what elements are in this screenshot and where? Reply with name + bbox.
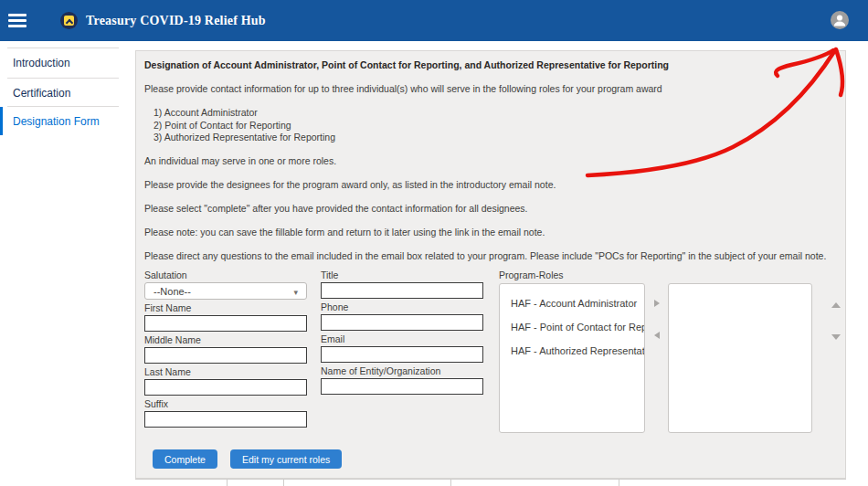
sidebar-item-label: Introduction xyxy=(13,57,70,69)
last-name-field[interactable] xyxy=(144,379,307,396)
move-up-icon[interactable] xyxy=(831,302,841,308)
designation-form-panel: Designation of Account Administrator, Po… xyxy=(135,50,846,479)
treasury-logo-icon xyxy=(60,12,78,29)
app-title: Treasury COVID-19 Relief Hub xyxy=(86,14,266,28)
edit-current-roles-button[interactable]: Edit my current roles xyxy=(230,449,342,469)
program-roles-label: Program-Roles xyxy=(499,269,847,280)
program-roles-available-list[interactable]: HAF - Account Administrator HAF - Point … xyxy=(499,283,645,433)
sidebar: Introduction Certification Designation F… xyxy=(0,41,131,486)
program-role-option[interactable]: HAF - Account Administrator xyxy=(500,291,644,315)
records-table-top-edge xyxy=(135,479,846,486)
sidebar-item-label: Designation Form xyxy=(13,115,100,128)
chevron-down-icon: ▾ xyxy=(293,287,298,298)
sidebar-item-introduction[interactable]: Introduction xyxy=(0,48,131,77)
roles-list-item: 3) Authorized Representative for Reporti… xyxy=(153,132,845,143)
phone-label: Phone xyxy=(321,301,483,312)
program-roles-block: Program-Roles HAF - Account Administrato… xyxy=(499,269,847,433)
roles-numbered-list: 1) Account Administrator 2) Point of Con… xyxy=(144,107,845,143)
sidebar-item-certification[interactable]: Certification xyxy=(0,79,131,107)
sidebar-item-designation-form[interactable]: Designation Form xyxy=(0,107,131,135)
phone-field[interactable] xyxy=(321,314,483,331)
app-header: Treasury COVID-19 Relief Hub xyxy=(0,0,868,41)
entity-label: Name of Entity/Organization xyxy=(321,365,483,376)
middle-name-label: Middle Name xyxy=(144,334,307,345)
middle-name-field[interactable] xyxy=(144,347,307,364)
form-fields-area: Salutation --None-- ▾ First Name Middle … xyxy=(144,269,845,438)
first-name-field[interactable] xyxy=(144,315,307,332)
move-right-icon[interactable] xyxy=(654,300,660,307)
program-role-option[interactable]: HAF - Authorized Representative fo... xyxy=(500,339,644,363)
entity-field[interactable] xyxy=(321,378,483,395)
email-label: Email xyxy=(321,333,483,344)
suffix-field[interactable] xyxy=(144,411,307,428)
title-label: Title xyxy=(321,269,483,280)
move-down-icon[interactable] xyxy=(831,334,841,340)
form-note: Please note: you can save the fillable f… xyxy=(144,227,845,238)
program-roles-selected-list[interactable] xyxy=(668,283,812,433)
salutation-label: Salutation xyxy=(144,269,307,280)
complete-button[interactable]: Complete xyxy=(153,449,217,469)
form-note: Please direct any questions to the email… xyxy=(144,250,845,261)
form-intro: Please provide contact information for u… xyxy=(144,83,845,94)
salutation-selected-value: --None-- xyxy=(153,286,191,297)
sidebar-item-label: Certification xyxy=(13,87,70,100)
form-note: Please select "complete" after you have … xyxy=(144,203,845,214)
roles-list-item: 2) Point of Contact for Reporting xyxy=(153,120,845,131)
user-menu-icon[interactable] xyxy=(831,11,849,29)
form-note: An individual may serve in one or more r… xyxy=(144,155,845,166)
last-name-label: Last Name xyxy=(144,366,307,377)
roles-list-item: 1) Account Administrator xyxy=(153,107,845,118)
move-left-icon[interactable] xyxy=(654,332,660,339)
suffix-label: Suffix xyxy=(144,398,307,409)
program-role-option[interactable]: HAF - Point of Contact for Reporting xyxy=(500,315,644,339)
menu-icon[interactable] xyxy=(8,14,26,27)
form-heading: Designation of Account Administrator, Po… xyxy=(144,59,845,70)
first-name-label: First Name xyxy=(144,302,307,313)
title-field[interactable] xyxy=(321,282,483,299)
email-field[interactable] xyxy=(321,346,483,363)
form-note: Please provide the designees for the pro… xyxy=(144,179,845,190)
salutation-select[interactable]: --None-- ▾ xyxy=(144,282,307,300)
